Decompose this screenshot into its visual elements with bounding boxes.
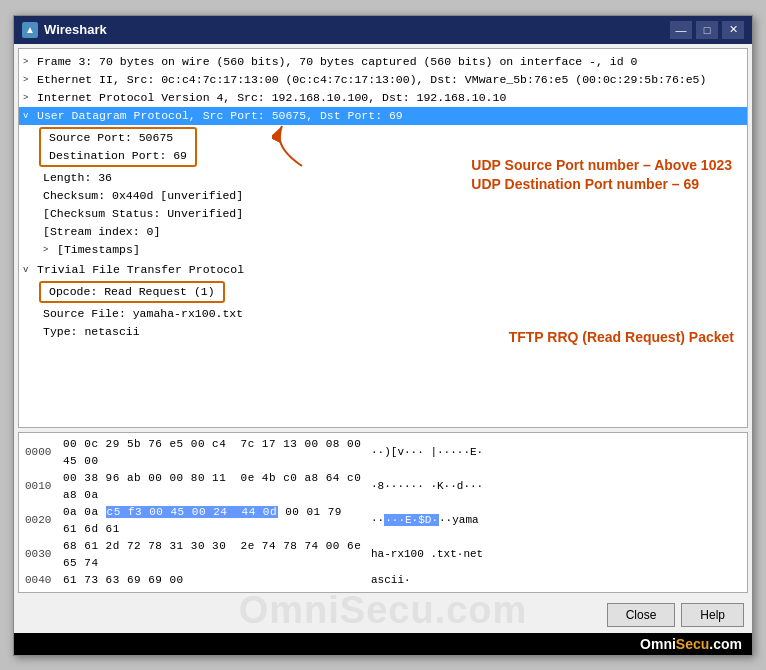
frame-row[interactable]: > Frame 3: 70 bytes on wire (560 bits), … [19,53,747,71]
stream-label: [Stream index: 0] [43,224,160,240]
checksum-status-label: [Checksum Status: Unverified] [43,206,243,222]
hex-row-4: 0040 61 73 63 69 69 00 ascii· [25,572,741,589]
type-label: Type: netascii [43,324,140,340]
expand-ethernet-icon[interactable]: > [23,72,35,88]
hex-highlight-2: c5 f3 00 45 00 24 44 0d [106,506,278,518]
source-file-row[interactable]: Source File: yamaha-rx100.txt [39,305,747,323]
window-title: Wireshark [44,22,670,37]
dst-port-label: Destination Port: 69 [49,148,187,164]
brand-omni: Omni [640,636,676,652]
hex-bytes-2: 0a 0a c5 f3 00 45 00 24 44 0d 00 01 79 6… [63,504,363,538]
hex-ascii-4: ascii· [371,572,411,589]
wireshark-fin-icon: ▲ [25,24,35,35]
close-window-button[interactable]: ✕ [722,21,744,39]
expand-ip-icon[interactable]: > [23,90,35,106]
titlebar: ▲ Wireshark — □ ✕ [14,16,752,44]
opcode-row[interactable]: Opcode: Read Request (1) [45,283,219,301]
brand-bar: OmniSecu.com [14,633,752,655]
expand-udp-icon[interactable]: v [23,108,35,124]
src-port-row[interactable]: Source Port: 50675 [45,129,191,147]
hex-ascii-highlight-2: ···E·$D· [384,514,439,526]
minimize-button[interactable]: — [670,21,692,39]
source-file-label: Source File: yamaha-rx100.txt [43,306,243,322]
opcode-label: Opcode: Read Request (1) [49,284,215,300]
type-row[interactable]: Type: netascii [39,323,747,341]
protocol-tree: > Frame 3: 70 bytes on wire (560 bits), … [18,48,748,428]
brand-suffix: .com [709,636,742,652]
expand-timestamps-icon[interactable]: > [43,242,55,258]
hex-row-0: 0000 00 0c 29 5b 76 e5 00 c4 7c 17 13 00… [25,436,741,470]
hex-offset-0: 0000 [25,444,63,461]
src-port-label: Source Port: 50675 [49,130,173,146]
hex-ascii-1: ·8······ ·K··d··· [371,478,483,495]
hex-offset-1: 0010 [25,478,63,495]
brand-secu: Secu [676,636,709,652]
wireshark-window: ▲ Wireshark — □ ✕ > Frame 3: 70 bytes on… [13,15,753,656]
udp-label: User Datagram Protocol, Src Port: 50675,… [37,108,403,124]
tftp-section: v Trivial File Transfer Protocol Opcode:… [19,261,747,341]
tftp-children: Opcode: Read Request (1) Source File: ya… [39,279,747,341]
window-controls: — □ ✕ [670,21,744,39]
frame-label: Frame 3: 70 bytes on wire (560 bits), 70… [37,54,637,70]
packet-detail-panel: > Frame 3: 70 bytes on wire (560 bits), … [14,48,752,428]
checksum-status-row[interactable]: [Checksum Status: Unverified] [39,205,747,223]
length-row[interactable]: Length: 36 [39,169,747,187]
expand-tftp-icon[interactable]: v [23,262,35,278]
hex-bytes-3: 68 61 2d 72 78 31 30 30 2e 74 78 74 00 6… [63,538,363,572]
close-button[interactable]: Close [607,603,676,627]
ip-label: Internet Protocol Version 4, Src: 192.16… [37,90,506,106]
hex-row-1: 0010 00 38 96 ab 00 00 80 11 0e 4b c0 a8… [25,470,741,504]
hex-bytes-0: 00 0c 29 5b 76 e5 00 c4 7c 17 13 00 08 0… [63,436,363,470]
app-icon: ▲ [22,22,38,38]
hex-offset-4: 0040 [25,572,63,589]
ethernet-label: Ethernet II, Src: 0c:c4:7c:17:13:00 (0c:… [37,72,706,88]
hex-offset-3: 0030 [25,546,63,563]
hex-row-2: 0020 0a 0a c5 f3 00 45 00 24 44 0d 00 01… [25,504,741,538]
tftp-row[interactable]: v Trivial File Transfer Protocol [19,261,747,279]
opcode-highlight-box: Opcode: Read Request (1) [39,281,225,303]
hex-bytes-1: 00 38 96 ab 00 00 80 11 0e 4b c0 a8 64 c… [63,470,363,504]
udp-row[interactable]: v User Datagram Protocol, Src Port: 5067… [19,107,747,125]
hex-ascii-3: ha-rx100 .txt·net [371,546,483,563]
length-label: Length: 36 [43,170,112,186]
hex-dump-panel: 0000 00 0c 29 5b 76 e5 00 c4 7c 17 13 00… [18,432,748,593]
timestamps-label: [Timestamps] [57,242,140,258]
timestamps-row[interactable]: > [Timestamps] [39,241,747,259]
bottom-bar: Close Help [14,597,752,633]
expand-frame-icon[interactable]: > [23,54,35,70]
dst-port-row[interactable]: Destination Port: 69 [45,147,191,165]
checksum-label: Checksum: 0x440d [unverified] [43,188,243,204]
hex-bytes-4: 61 73 63 69 69 00 [63,572,363,589]
stream-row[interactable]: [Stream index: 0] [39,223,747,241]
udp-children: Source Port: 50675 Destination Port: 69 … [39,125,747,259]
hex-offset-2: 0020 [25,512,63,529]
ethernet-row[interactable]: > Ethernet II, Src: 0c:c4:7c:17:13:00 (0… [19,71,747,89]
hex-ascii-0: ··)[v··· |·····E· [371,444,483,461]
ip-row[interactable]: > Internet Protocol Version 4, Src: 192.… [19,89,747,107]
hex-ascii-2: ·····E·$D···yama [371,512,479,529]
help-button[interactable]: Help [681,603,744,627]
port-highlight-box: Source Port: 50675 Destination Port: 69 [39,127,197,167]
tftp-label: Trivial File Transfer Protocol [37,262,244,278]
checksum-row[interactable]: Checksum: 0x440d [unverified] [39,187,747,205]
hex-row-3: 0030 68 61 2d 72 78 31 30 30 2e 74 78 74… [25,538,741,572]
maximize-button[interactable]: □ [696,21,718,39]
